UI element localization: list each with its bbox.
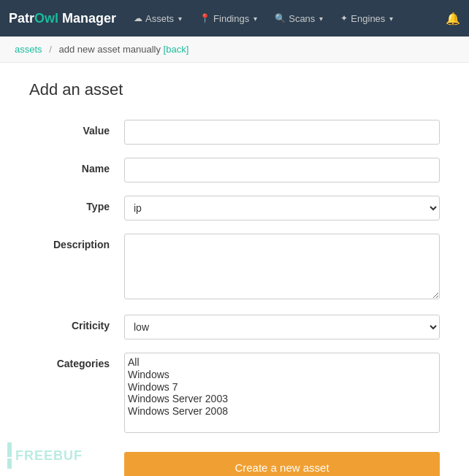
categories-field-wrap: All Windows Windows 7 Windows Server 200…	[124, 353, 440, 433]
nav-scans[interactable]: 🔍 Scans ▾	[267, 9, 330, 28]
create-row: Create a new asset	[29, 446, 440, 476]
description-field-wrap	[124, 234, 440, 302]
description-textarea[interactable]	[124, 234, 440, 299]
value-row: Value	[29, 120, 440, 145]
breadcrumb-sep: /	[49, 44, 52, 55]
criticity-select[interactable]: low medium high critical	[124, 315, 440, 339]
main-content: Add an asset Value Name Type ip domain u…	[0, 63, 469, 476]
nav-engines[interactable]: ✦ Engines ▾	[333, 9, 400, 28]
page-title: Add an asset	[29, 80, 440, 99]
description-label: Description	[29, 234, 124, 250]
pin-icon: 📍	[199, 13, 210, 23]
breadcrumb: assets / add new asset manually [back]	[0, 37, 469, 63]
type-field-wrap: ip domain url cidr mac-address other	[124, 196, 440, 220]
criticity-label: Criticity	[29, 315, 124, 331]
cloud-icon: ☁	[134, 13, 142, 23]
nav-findings[interactable]: 📍 Findings ▾	[192, 9, 264, 28]
findings-caret: ▾	[253, 15, 257, 23]
engines-caret: ▾	[389, 15, 393, 23]
criticity-row: Criticity low medium high critical	[29, 315, 440, 339]
categories-row: Categories All Windows Windows 7 Windows…	[29, 353, 440, 433]
type-select[interactable]: ip domain url cidr mac-address other	[124, 196, 440, 220]
type-label: Type	[29, 196, 124, 212]
name-label: Name	[29, 158, 124, 174]
name-row: Name	[29, 158, 440, 183]
breadcrumb-current: add new asset manually	[58, 44, 160, 55]
assets-caret: ▾	[178, 15, 182, 23]
value-input[interactable]	[124, 120, 440, 145]
watermark-bar1	[7, 442, 12, 457]
create-asset-button[interactable]: Create a new asset	[124, 452, 440, 476]
categories-label: Categories	[29, 353, 124, 369]
description-row: Description	[29, 234, 440, 302]
back-link[interactable]: [back]	[164, 44, 189, 55]
watermark-bar2	[7, 458, 12, 469]
watermark: FREEBUF	[7, 442, 83, 469]
search-icon: 🔍	[275, 13, 286, 23]
engine-icon: ✦	[340, 13, 348, 23]
bell-icon: 🔔	[446, 12, 460, 25]
type-row: Type ip domain url cidr mac-address othe…	[29, 196, 440, 220]
app-brand: PatrOwl Manager	[9, 11, 116, 26]
scans-caret: ▾	[319, 15, 323, 23]
watermark-text: FREEBUF	[15, 448, 83, 464]
value-label: Value	[29, 120, 124, 137]
navbar: PatrOwl Manager ☁ Assets ▾ 📍 Findings ▾ …	[0, 0, 469, 37]
name-input[interactable]	[124, 158, 440, 183]
categories-listbox[interactable]: All Windows Windows 7 Windows Server 200…	[124, 353, 440, 433]
breadcrumb-home[interactable]: assets	[15, 44, 42, 55]
value-field-wrap	[124, 120, 440, 145]
nav-assets[interactable]: ☁ Assets ▾	[126, 9, 189, 28]
notification-bell[interactable]: 🔔	[446, 12, 460, 26]
name-field-wrap	[124, 158, 440, 183]
criticity-field-wrap: low medium high critical	[124, 315, 440, 339]
